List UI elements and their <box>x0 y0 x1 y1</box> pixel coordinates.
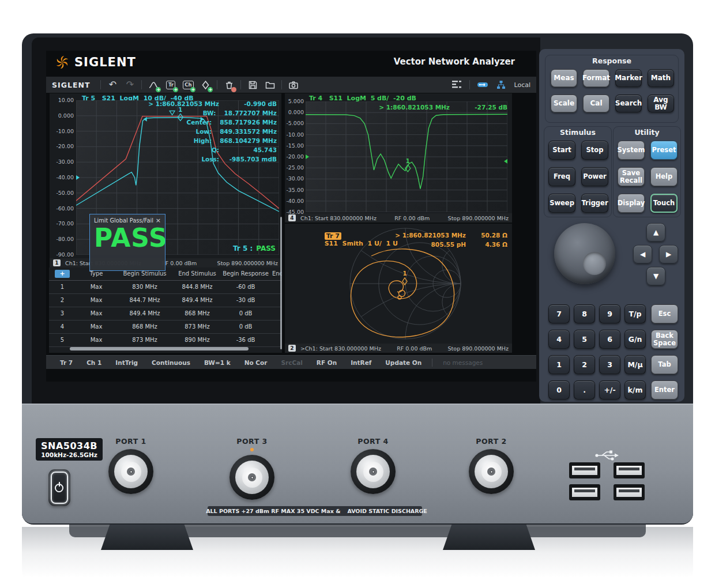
rotary-knob[interactable] <box>554 223 615 284</box>
key-7[interactable]: 7 <box>548 304 570 323</box>
arrow-up-button[interactable]: ▲ <box>646 223 665 242</box>
table-cell: 830 MHz <box>117 281 172 293</box>
rf-port-4[interactable]: PORT 4 <box>338 437 408 494</box>
key-m[interactable]: M/µ <box>624 355 646 374</box>
key-2[interactable]: 2 <box>574 355 595 374</box>
key-1[interactable]: 1 <box>548 355 570 374</box>
key-k-m[interactable]: k/m <box>624 380 646 399</box>
chart-tr4-s11[interactable]: Tr 4 S11 LogM 5 dB/ -20 dB 5.0000.000-5.… <box>285 93 512 223</box>
key-g-n[interactable]: G/n <box>624 330 646 349</box>
usb-port[interactable] <box>614 462 645 478</box>
key-0[interactable]: 0 <box>548 380 570 399</box>
key-t-p[interactable]: T/p <box>624 304 646 323</box>
btn-start[interactable]: Start <box>548 141 575 160</box>
btn-avg-bw[interactable]: Avg BW <box>648 95 674 112</box>
connector-bore <box>487 468 495 476</box>
rf-port-3[interactable]: PORT 3 <box>217 437 287 500</box>
btn-trigger[interactable]: Trigger <box>581 194 608 213</box>
trace-manager-icon[interactable] <box>451 79 462 91</box>
btn-sweep[interactable]: Sweep <box>548 194 575 213</box>
key-key[interactable]: +/- <box>599 380 620 399</box>
table-row[interactable]: 3Max849.4 MHz868 MHz0 dB <box>49 307 282 321</box>
btn-help[interactable]: Help <box>650 167 678 186</box>
key-4[interactable]: 4 <box>548 330 570 349</box>
btn-cal[interactable]: Cal <box>583 95 609 112</box>
screenshot-icon[interactable] <box>288 79 299 91</box>
usb-port[interactable] <box>569 484 600 500</box>
btn-freq[interactable]: Freq <box>548 167 575 186</box>
key-enter[interactable]: Enter <box>651 380 678 399</box>
delete-icon[interactable] <box>223 79 235 91</box>
btn-math[interactable]: Math <box>648 69 674 87</box>
keypad-panel: Response MeasFormatMarkerMathScaleCalSea… <box>539 49 684 402</box>
btn-display[interactable]: Display <box>618 194 645 213</box>
smith-trace <box>351 249 454 337</box>
arrow-right-button[interactable]: ▶ <box>659 245 678 263</box>
rf-port-2[interactable]: PORT 2 <box>457 437 526 494</box>
new-trace-icon[interactable]: Tr + <box>165 79 176 91</box>
btn-marker[interactable]: Marker <box>615 69 642 87</box>
model-number: SNA5034B <box>41 440 97 451</box>
btn-format[interactable]: Format <box>583 69 609 87</box>
power-button[interactable] <box>48 469 70 506</box>
key-6[interactable]: 6 <box>599 330 620 349</box>
key-5[interactable]: 5 <box>574 330 595 349</box>
chart-tr7-smith[interactable]: Tr 7 S11 Smith 1 U/ 1 U <box>285 224 512 353</box>
limit-table[interactable]: + Type Begin Stimulus End Stimulus Begin… <box>49 267 282 353</box>
arrow-down-button[interactable]: ▼ <box>646 267 665 285</box>
btn-system[interactable]: System <box>618 141 645 160</box>
plot-area[interactable]: 1 <box>306 101 507 212</box>
table-cell: 2 <box>49 294 76 307</box>
status-item-tr-7[interactable]: Tr 7 <box>53 359 80 366</box>
status-item-intref[interactable]: IntRef <box>344 359 378 366</box>
save-icon[interactable] <box>247 79 258 91</box>
table-row[interactable]: 4Max868 MHz873 MHz0 dB <box>49 321 282 334</box>
add-marker-icon[interactable]: + <box>200 79 211 91</box>
table-row[interactable]: 2Max844.7 MHz849.4 MHz-30 dB <box>49 294 282 307</box>
btn-stop[interactable]: Stop <box>581 141 608 160</box>
horizontal-scrollbar[interactable] <box>70 347 249 350</box>
table-row[interactable]: 1Max830 MHz844.8 MHz-60 dB <box>49 281 282 294</box>
status-item-srccal[interactable]: SrcCal <box>274 359 309 366</box>
key-3[interactable]: 3 <box>599 355 620 374</box>
table-cell: 873 MHz <box>172 321 222 333</box>
key-8[interactable]: 8 <box>574 304 595 323</box>
btn-meas[interactable]: Meas <box>551 69 577 87</box>
usb-port[interactable] <box>614 484 645 500</box>
table-cell: -30 dB <box>222 294 269 307</box>
status-item-bw-1-k[interactable]: BW=1 k <box>197 359 238 366</box>
arrow-left-button[interactable]: ◀ <box>633 245 652 263</box>
status-item-continuous[interactable]: Continuous <box>145 359 197 366</box>
add-trace-wave-icon[interactable]: + <box>148 79 159 91</box>
open-icon[interactable] <box>264 79 276 91</box>
table-row[interactable]: 5Max873 MHz890 MHz-36 dB <box>49 334 282 347</box>
btn-power[interactable]: Power <box>581 167 608 186</box>
usb-port[interactable] <box>569 462 600 478</box>
key-9[interactable]: 9 <box>599 304 620 323</box>
footer-rf: RF 0.00 dBm <box>161 260 197 266</box>
connector-pin <box>130 470 133 473</box>
status-item-inttrig[interactable]: IntTrig <box>108 359 145 366</box>
local-mode-label[interactable]: Local <box>514 81 530 89</box>
new-channel-icon[interactable]: Ch + <box>182 79 194 91</box>
key-key[interactable]: . <box>574 380 595 399</box>
table-cell: 849.4 MHz <box>117 307 172 320</box>
limit-passfail-dialog[interactable]: Limit Global Pass/Fail × PASS <box>89 214 165 271</box>
key-esc[interactable]: Esc <box>651 304 678 323</box>
status-item-rf-on[interactable]: RF On <box>310 359 344 366</box>
vertical-scrollbar[interactable] <box>280 217 282 349</box>
status-item-ch-1[interactable]: Ch 1 <box>80 359 108 366</box>
btn-touch[interactable]: Touch <box>650 194 678 213</box>
key-tab[interactable]: Tab <box>651 355 678 374</box>
redo-icon[interactable]: ↷ <box>124 79 136 91</box>
status-item-no-cor[interactable]: No Cor <box>238 359 274 366</box>
btn-scale[interactable]: Scale <box>551 95 577 112</box>
rf-port-1[interactable]: PORT 1 <box>96 437 165 494</box>
btn-save-recall[interactable]: Save Recall <box>618 167 645 186</box>
status-item-update-on[interactable]: Update On <box>378 359 428 366</box>
add-limit-button[interactable]: + <box>55 270 70 278</box>
btn-search[interactable]: Search <box>615 95 642 112</box>
key-back-space[interactable]: Back Space <box>651 330 678 349</box>
btn-preset[interactable]: Preset <box>650 141 678 160</box>
undo-icon[interactable]: ↶ <box>107 79 118 91</box>
